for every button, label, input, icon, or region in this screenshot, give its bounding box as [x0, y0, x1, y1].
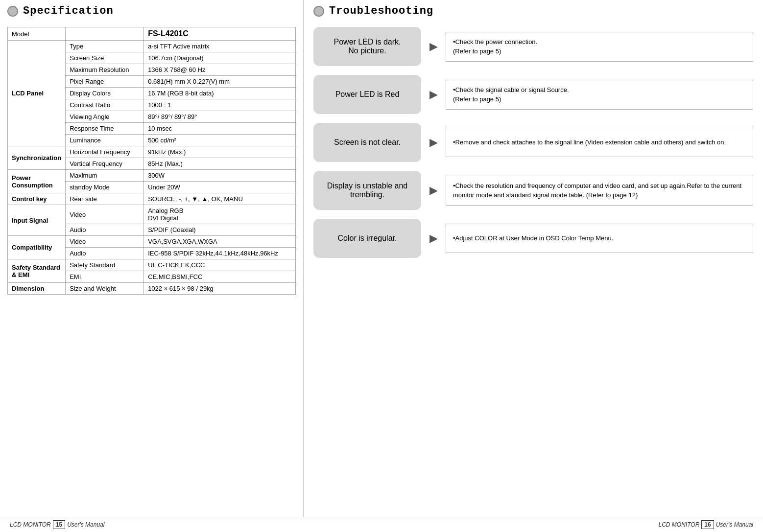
table-row: LCD Panel Type a-si TFT Active matrix [8, 41, 296, 52]
arrow-icon-3: ▶ [426, 135, 441, 150]
solution-box-2: •Check the signal cable or signal Source… [446, 80, 753, 110]
troubleshooting-panel: Troubleshooting Power LED is dark.No pic… [304, 0, 763, 517]
table-row: Synchronization Horizontal Frequency 91k… [8, 146, 296, 158]
issue-box-5: Color is irregular. [313, 219, 421, 258]
category-sync: Synchronization [8, 146, 66, 170]
footer-left-page: 15 [53, 520, 65, 529]
footer-right-suffix: User's Manual [716, 521, 753, 528]
footer-left: LCD MONITOR 15 User's Manual [10, 520, 104, 529]
trouble-item-2: Power LED is Red ▶ •Check the signal cab… [313, 75, 753, 114]
trouble-item-3: Screen is not clear. ▶ •Remove and check… [313, 123, 753, 162]
issue-box-1: Power LED is dark.No picture. [313, 27, 421, 66]
table-row: Power Consumption Maximum 300W [8, 170, 296, 182]
footer-right-text: LCD MONITOR [659, 521, 700, 528]
solution-box-5: •Adjust COLOR at User Mode in OSD Color … [446, 224, 753, 253]
trouble-item-1: Power LED is dark.No picture. ▶ •Check t… [313, 27, 753, 66]
arrow-icon-1: ▶ [426, 39, 441, 54]
footer-left-suffix: User's Manual [67, 521, 104, 528]
solution-box-1: •Check the power connection.(Refer to pa… [446, 32, 753, 62]
category-control: Control key [8, 193, 66, 205]
footer-right-page: 16 [701, 520, 714, 529]
model-label: Model [8, 27, 66, 41]
table-row: Dimension Size and Weight 1022 × 615 × 9… [8, 283, 296, 295]
footer: LCD MONITOR 15 User's Manual LCD MONITOR… [0, 517, 763, 532]
category-safety: Safety Standard & EMI [8, 259, 66, 283]
table-row: Model FS-L4201C [8, 27, 296, 41]
category-dimension: Dimension [8, 283, 66, 295]
issue-box-2: Power LED is Red [313, 75, 421, 114]
trouble-item-5: Color is irregular. ▶ •Adjust COLOR at U… [313, 219, 753, 258]
trouble-item-4: Display is unstable and trembling. ▶ •Ch… [313, 171, 753, 210]
spec-title: Specification [23, 5, 114, 17]
category-lcd: LCD Panel [8, 41, 66, 146]
spec-table: Model FS-L4201C LCD Panel Type a-si TFT … [7, 27, 296, 295]
solution-box-3: •Remove and check attaches to the signal… [446, 128, 753, 157]
spec-header-circle [7, 6, 18, 17]
table-row: Compatibility Video VGA,SVGA,XGA,WXGA [8, 236, 296, 248]
arrow-icon-2: ▶ [426, 87, 441, 102]
footer-right: LCD MONITOR 16 User's Manual [659, 520, 753, 529]
table-row: Input Signal Video Analog RGBDVI Digital [8, 205, 296, 224]
specification-panel: Specification Model FS-L4201C LCD Panel … [0, 0, 304, 517]
category-input: Input Signal [8, 205, 66, 236]
arrow-icon-5: ▶ [426, 231, 441, 246]
category-compat: Compatibility [8, 236, 66, 259]
issue-box-3: Screen is not clear. [313, 123, 421, 162]
trouble-title: Troubleshooting [329, 5, 433, 17]
table-row: Control key Rear side SOURCE, -, +, ▼, ▲… [8, 193, 296, 205]
table-row: Safety Standard & EMI Safety Standard UL… [8, 259, 296, 271]
issue-box-4: Display is unstable and trembling. [313, 171, 421, 210]
solution-box-4: •Check the resolution and frequency of c… [446, 176, 753, 206]
trouble-header-circle [313, 6, 324, 17]
footer-left-text: LCD MONITOR [10, 521, 51, 528]
arrow-icon-4: ▶ [426, 183, 441, 198]
category-power: Power Consumption [8, 170, 66, 193]
spec-header: Specification [7, 5, 296, 17]
model-value: FS-L4201C [144, 27, 296, 41]
trouble-header: Troubleshooting [313, 5, 753, 17]
